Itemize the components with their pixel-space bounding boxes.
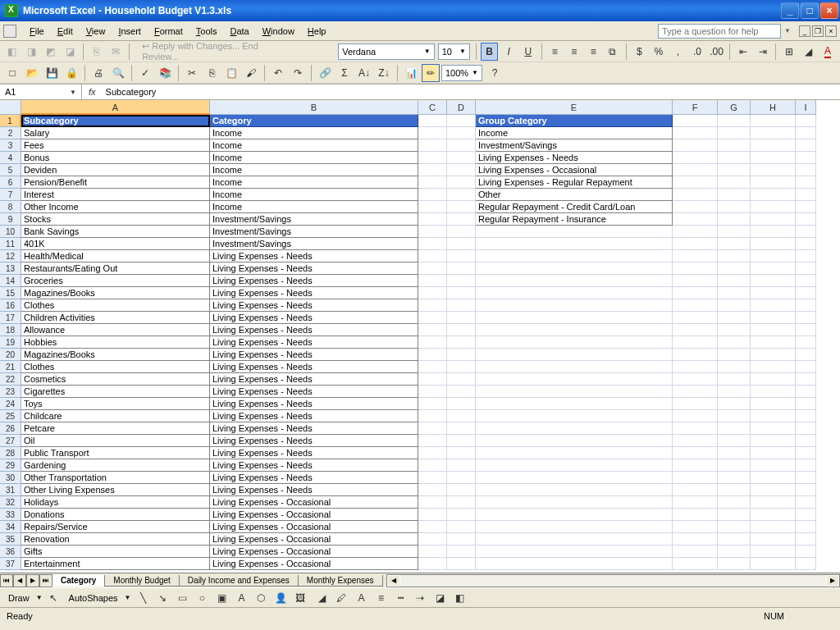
cell-H21[interactable] (751, 361, 796, 373)
menu-help[interactable]: Help (301, 25, 333, 38)
cell-D7[interactable] (447, 189, 476, 201)
sheet-tab-monthly-budget[interactable]: Monthly Budget (104, 575, 180, 587)
increase-indent-button[interactable]: ⇥ (754, 43, 772, 61)
cell-G17[interactable] (718, 312, 751, 324)
row-header-33[interactable]: 33 (0, 509, 21, 521)
cell-E35[interactable] (476, 533, 673, 546)
cell-B27[interactable]: Living Expenses - Needs (210, 435, 418, 447)
merge-center-button[interactable]: ⧉ (604, 43, 622, 61)
cell-F21[interactable] (673, 361, 718, 373)
cell-H22[interactable] (751, 373, 796, 386)
row-header-12[interactable]: 12 (0, 250, 21, 262)
cell-E20[interactable] (476, 349, 673, 361)
cell-F24[interactable] (673, 398, 718, 410)
cell-D8[interactable] (447, 201, 476, 213)
cell-H26[interactable] (751, 422, 796, 435)
cell-A12[interactable]: Health/Medical (21, 250, 210, 262)
3d-button[interactable]: ◧ (450, 589, 468, 607)
menu-file[interactable]: File (23, 25, 51, 38)
cell-G21[interactable] (718, 361, 751, 373)
cell-H13[interactable] (751, 262, 796, 275)
cell-I6[interactable] (796, 176, 816, 189)
scroll-track[interactable] (400, 575, 826, 587)
row-header-8[interactable]: 8 (0, 201, 21, 213)
cell-H27[interactable] (751, 435, 796, 447)
cell-D34[interactable] (447, 521, 476, 533)
cell-H24[interactable] (751, 398, 796, 410)
cell-D36[interactable] (447, 546, 476, 558)
cell-E10[interactable] (476, 226, 673, 238)
cell-G31[interactable] (718, 484, 751, 496)
cell-D15[interactable] (447, 287, 476, 299)
cell-C15[interactable] (418, 287, 447, 299)
cell-H37[interactable] (751, 558, 796, 570)
cell-F23[interactable] (673, 386, 718, 398)
redo-button[interactable]: ↷ (289, 64, 307, 82)
cell-I18[interactable] (796, 324, 816, 336)
cell-I5[interactable] (796, 164, 816, 176)
cell-C14[interactable] (418, 275, 447, 287)
cell-E15[interactable] (476, 287, 673, 299)
cell-B32[interactable]: Living Expenses - Occasional (210, 496, 418, 509)
cell-H11[interactable] (751, 238, 796, 250)
cell-C35[interactable] (418, 533, 447, 546)
cell-F22[interactable] (673, 373, 718, 386)
cell-H9[interactable] (751, 213, 796, 226)
cell-G24[interactable] (718, 398, 751, 410)
row-header-37[interactable]: 37 (0, 558, 21, 570)
cell-E33[interactable] (476, 509, 673, 521)
cell-C21[interactable] (418, 361, 447, 373)
cell-A25[interactable]: Childcare (21, 410, 210, 422)
scroll-left-button[interactable]: ◀ (387, 575, 400, 587)
cell-I7[interactable] (796, 189, 816, 201)
cell-F33[interactable] (673, 509, 718, 521)
col-header-C[interactable]: C (418, 100, 447, 115)
cell-C17[interactable] (418, 312, 447, 324)
format-painter-button[interactable]: 🖌 (242, 64, 260, 82)
fill-color-button[interactable]: ◢ (313, 589, 331, 607)
cell-E13[interactable] (476, 262, 673, 275)
cell-H19[interactable] (751, 336, 796, 349)
cell-D9[interactable] (447, 213, 476, 226)
menu-edit[interactable]: Edit (51, 25, 80, 38)
cell-I10[interactable] (796, 226, 816, 238)
font-color-button[interactable]: A (352, 589, 370, 607)
cell-H34[interactable] (751, 521, 796, 533)
cell-C26[interactable] (418, 422, 447, 435)
cell-A27[interactable]: Oil (21, 435, 210, 447)
cell-D21[interactable] (447, 361, 476, 373)
cell-D1[interactable] (447, 115, 476, 127)
cell-A1[interactable]: Subcategory (21, 115, 210, 127)
cell-G8[interactable] (718, 201, 751, 213)
cell-E2[interactable]: Income (476, 127, 673, 139)
line-button[interactable]: ╲ (134, 589, 152, 607)
cell-H10[interactable] (751, 226, 796, 238)
help-dropdown-icon[interactable]: ▼ (784, 27, 791, 34)
fill-color-button[interactable]: ◢ (800, 43, 818, 61)
sort-asc-button[interactable]: A↓ (355, 64, 373, 82)
fx-icon[interactable]: fx (82, 87, 103, 97)
cell-A10[interactable]: Bank Savings (21, 226, 210, 238)
cell-B15[interactable]: Living Expenses - Needs (210, 287, 418, 299)
cell-A4[interactable]: Bonus (21, 152, 210, 164)
cell-B37[interactable]: Living Expenses - Occasional (210, 558, 418, 570)
cell-G28[interactable] (718, 447, 751, 459)
cell-B6[interactable]: Income (210, 176, 418, 189)
cell-I22[interactable] (796, 373, 816, 386)
cell-G13[interactable] (718, 262, 751, 275)
cell-G33[interactable] (718, 509, 751, 521)
cell-F7[interactable] (673, 189, 718, 201)
cell-B31[interactable]: Living Expenses - Needs (210, 484, 418, 496)
cell-F10[interactable] (673, 226, 718, 238)
cell-C37[interactable] (418, 558, 447, 570)
cell-I33[interactable] (796, 509, 816, 521)
cell-B36[interactable]: Living Expenses - Occasional (210, 546, 418, 558)
cell-H8[interactable] (751, 201, 796, 213)
draw-menu[interactable]: Draw (3, 593, 34, 603)
cell-I37[interactable] (796, 558, 816, 570)
cell-I17[interactable] (796, 312, 816, 324)
cell-A29[interactable]: Gardening (21, 459, 210, 472)
cell-E16[interactable] (476, 299, 673, 312)
cell-H25[interactable] (751, 410, 796, 422)
cell-I26[interactable] (796, 422, 816, 435)
